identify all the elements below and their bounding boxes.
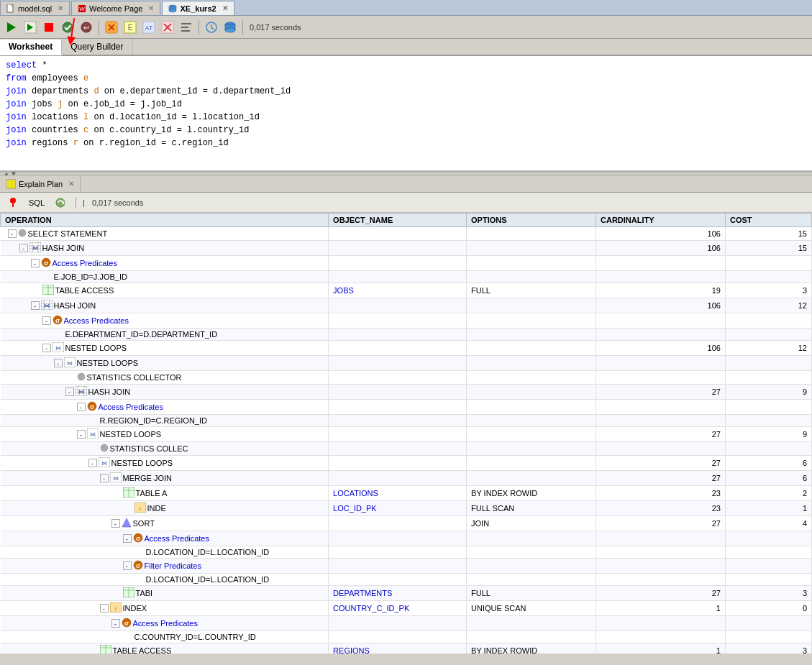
tab-xe-kurs2[interactable]: XE_kurs2 ✕ — [162, 1, 234, 15]
tree-toggle[interactable]: - — [8, 229, 17, 238]
tree-toggle[interactable]: - — [111, 619, 120, 628]
object-name-link[interactable]: LOC_ID_PK — [333, 504, 377, 513]
explain-tab-bar: Explain Plan ✕ — [0, 175, 812, 193]
refresh-button[interactable] — [52, 196, 69, 210]
tree-toggle[interactable]: - — [42, 344, 51, 352]
explain-results-container[interactable]: OPERATION OBJECT_NAME OPTIONS CARDINALIT… — [0, 213, 812, 653]
table-row: -⋈NESTED LOOPS — [1, 356, 812, 371]
tab-welcome-close[interactable]: ✕ — [148, 4, 154, 12]
object-name-link[interactable]: LOCATIONS — [333, 489, 378, 497]
operation-text: Access Predicates — [64, 316, 129, 325]
pin-button[interactable] — [4, 196, 22, 210]
operation-text: C.COUNTRY_ID=L.COUNTRY_ID — [134, 633, 256, 641]
cardinality-cell: 1 — [596, 601, 726, 616]
table-row: TABLE ACCESSJOBSFULL193 — [1, 283, 812, 298]
stop-button[interactable] — [40, 19, 58, 36]
cardinality-cell — [596, 371, 726, 385]
cardinality-cell: 27 — [596, 427, 726, 442]
options-cell — [467, 385, 596, 400]
tree-toggle[interactable]: - — [54, 359, 63, 367]
cardinality-cell: 106 — [596, 227, 726, 241]
cardinality-cell — [596, 415, 726, 427]
object-name-link[interactable]: DEPARTMENTS — [333, 589, 392, 597]
svg-point-13 — [63, 22, 73, 32]
format-button[interactable] — [178, 19, 195, 36]
table-row: TABIDEPARTMENTSFULL273 — [1, 586, 812, 601]
operation-cell: -⋈NESTED LOOPS — [1, 456, 329, 471]
tree-toggle[interactable]: - — [65, 387, 74, 396]
explain-time-label: 0,017 seconds — [92, 198, 144, 207]
tree-toggle[interactable]: - — [123, 561, 132, 570]
explain-plan-tab-close[interactable]: ✕ — [68, 180, 74, 188]
tree-toggle[interactable]: - — [77, 403, 86, 411]
explain-button[interactable]: E — [122, 19, 139, 36]
object-name-link[interactable]: JOBS — [333, 286, 354, 295]
explain-panel: Explain Plan ✕ SQL | 0,017 seconds — [0, 175, 812, 653]
autotrace-button[interactable]: AT — [140, 19, 158, 36]
svg-text:σ: σ — [43, 260, 47, 267]
explain-plan-tab[interactable]: Explain Plan ✕ — [0, 175, 81, 192]
options-cell: JOIN — [467, 516, 596, 531]
nested-loops-icon: ⋈ — [87, 428, 99, 440]
cost-cell — [725, 559, 811, 574]
tree-toggle[interactable]: - — [77, 430, 86, 439]
svg-rect-34 — [12, 203, 14, 207]
object-name-cell[interactable]: REGIONS — [329, 643, 467, 654]
object-name-cell — [329, 442, 467, 456]
tree-toggle[interactable]: - — [100, 474, 109, 482]
object-name-cell[interactable]: LOCATIONS — [329, 486, 467, 501]
sql-button[interactable]: SQL — [26, 197, 47, 208]
history-button[interactable] — [203, 19, 220, 36]
tree-toggle[interactable]: - — [31, 301, 40, 310]
options-cell — [467, 241, 596, 256]
explain-plan-tab-icon — [6, 179, 16, 189]
nested-loops-icon: ⋈ — [99, 457, 110, 469]
operation-cell: -SORT — [1, 516, 329, 531]
object-name-cell[interactable]: JOBS — [329, 283, 467, 298]
svg-point-72 — [101, 444, 108, 451]
rollback-button[interactable]: ↩ — [78, 19, 95, 36]
tree-toggle[interactable]: - — [88, 459, 97, 467]
tree-toggle[interactable]: - — [123, 534, 132, 543]
options-cell — [467, 546, 596, 559]
table-row: -⋈HASH JOIN10612 — [1, 298, 812, 313]
tree-toggle[interactable]: - — [19, 244, 28, 252]
tree-toggle[interactable]: - — [42, 316, 51, 325]
sub-tab-query-builder[interactable]: Query Builder — [62, 39, 132, 55]
object-name-link[interactable]: REGIONS — [333, 646, 370, 653]
object-name-cell[interactable]: LOC_ID_PK — [329, 501, 467, 516]
cardinality-cell — [596, 442, 726, 456]
cancel-button[interactable] — [103, 19, 120, 36]
sql-editor[interactable]: select *from employees ejoin departments… — [0, 56, 812, 171]
operation-cell: TABLE A — [1, 486, 329, 501]
tab-model-sql[interactable]: model.sql ✕ — [0, 1, 70, 15]
object-name-cell — [329, 616, 467, 631]
object-name-link[interactable]: COUNTRY_C_ID_PK — [333, 604, 409, 613]
tree-toggle[interactable]: - — [100, 604, 109, 613]
tab-welcome-page[interactable]: W Welcome Page ✕ — [71, 1, 160, 15]
cardinality-cell: 23 — [596, 501, 726, 516]
db-object-button[interactable] — [222, 19, 239, 36]
object-name-cell — [329, 516, 467, 531]
table-row: TABLE ACCESSREGIONSBY INDEX ROWID13 — [1, 643, 812, 654]
toolbar-sep-1 — [99, 20, 99, 35]
tree-toggle[interactable]: - — [111, 519, 120, 528]
object-name-cell[interactable]: DEPARTMENTS — [329, 586, 467, 601]
run-script-button[interactable] — [22, 19, 39, 36]
table-row: -⋈HASH JOIN279 — [1, 385, 812, 400]
hash-join-icon: ⋈ — [29, 242, 41, 254]
cost-cell: 3 — [725, 643, 811, 654]
nested-loops-icon: ⋈ — [110, 472, 122, 484]
object-name-cell[interactable]: COUNTRY_C_ID_PK — [329, 601, 467, 616]
tree-toggle[interactable]: - — [31, 259, 40, 267]
tab-model-sql-close[interactable]: ✕ — [58, 4, 63, 12]
object-name-cell — [329, 559, 467, 574]
run-button[interactable] — [3, 19, 20, 36]
commit-button[interactable] — [59, 19, 76, 36]
tab-xe-kurs2-close[interactable]: ✕ — [222, 4, 228, 12]
clear-button[interactable] — [159, 19, 176, 36]
file-icon — [6, 4, 15, 13]
table-icon — [100, 645, 111, 653]
svg-marker-9 — [7, 22, 16, 32]
sub-tab-worksheet[interactable]: Worksheet — [0, 40, 62, 55]
